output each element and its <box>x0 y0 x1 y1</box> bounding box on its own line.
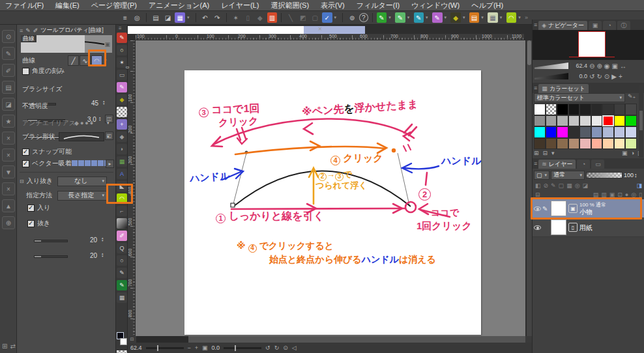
color-swatch[interactable] <box>602 115 614 127</box>
inout-dropdown[interactable]: なし▾ <box>57 176 107 186</box>
panel-settings-icon[interactable]: ⊕ <box>2 216 15 229</box>
merge-layer-icon[interactable]: ● <box>625 191 628 198</box>
color-swatch[interactable] <box>546 126 557 138</box>
table-orange-tool-icon[interactable]: ▤ <box>469 12 480 23</box>
color-swatch[interactable] <box>579 115 591 127</box>
color-swatch[interactable] <box>579 104 591 115</box>
delete-layer-icon[interactable]: ▯ <box>639 191 642 198</box>
color-swatch[interactable] <box>568 104 580 115</box>
pattern-tool-icon[interactable]: ▦ <box>488 12 498 23</box>
color-swatch[interactable] <box>602 104 614 115</box>
layer-color-dropdown[interactable]: ▢▾ <box>534 171 549 180</box>
tab-subview-icon[interactable]: ▣ <box>589 21 602 30</box>
panel-menu-icon[interactable]: ≡ <box>20 27 23 34</box>
nav-actual-size-icon[interactable]: ◉ <box>604 63 610 70</box>
antialias-options-icons[interactable]: ◆●●● <box>74 120 95 126</box>
tab-navigator[interactable]: ◈ナビゲーター <box>538 21 587 30</box>
subtool-curve-icon[interactable]: ✐ <box>33 27 38 34</box>
color-swatch[interactable] <box>614 104 626 115</box>
layer-collapse-icon[interactable]: ⊟ <box>535 191 540 198</box>
undo-icon[interactable]: ↶ <box>200 12 211 23</box>
brush-shape-caret[interactable]: ▾ <box>107 134 110 139</box>
curve-type-caret[interactable]: ▾ <box>104 58 107 63</box>
tab-layer[interactable]: ≋レイヤー <box>538 160 576 169</box>
text-tool-icon[interactable]: A <box>117 169 127 179</box>
out-value[interactable]: 20 <box>90 252 97 259</box>
zoom-in-icon[interactable]: + <box>195 345 198 351</box>
color-swatch[interactable] <box>625 126 637 138</box>
dock-scrollbar[interactable] <box>639 85 643 158</box>
document-tab[interactable] <box>128 26 315 34</box>
decoration-tool-caret[interactable]: ▾ <box>463 15 467 20</box>
menu-item[interactable]: ウィンドウ(W) <box>411 1 460 10</box>
navigator-view[interactable] <box>533 30 644 60</box>
disabled-line-icon[interactable]: ╲ <box>285 12 296 23</box>
eyedropper-tool-icon[interactable]: ✐ <box>117 231 127 241</box>
pattern-green-tool-icon[interactable]: ▦ <box>117 156 127 167</box>
in-value[interactable]: 20 <box>90 236 97 244</box>
layer-row-paper[interactable]: ▯ 用紙 <box>533 218 644 237</box>
snap-checkbox[interactable] <box>22 148 29 156</box>
color-set-edit-icon[interactable]: ✎₊ <box>628 93 636 100</box>
curve-type-button[interactable]: ◠ <box>91 55 102 66</box>
color-swatch[interactable] <box>557 115 568 127</box>
canvas-viewport[interactable]: 3 ココで1回 クリック ※ペン先を浮かせたまま 4 クリック ハンドル ハンド… <box>136 40 525 336</box>
open-file-icon[interactable]: ◪ <box>163 12 173 23</box>
color-swatch[interactable] <box>546 104 557 115</box>
reference-layer-icon[interactable]: ◎ <box>575 182 580 189</box>
apply-mask-icon[interactable]: ◎ <box>631 191 636 198</box>
tab-information-icon[interactable]: ⓘ <box>617 21 630 30</box>
color-swatch[interactable] <box>591 115 603 127</box>
navigator-zoom-slider[interactable] <box>534 63 568 69</box>
eraser-tool-icon[interactable] <box>117 107 127 117</box>
nav-move-icon[interactable]: + <box>619 73 622 80</box>
figure-tool-icon[interactable]: ◠ <box>506 12 517 23</box>
blend-mode-dropdown[interactable]: 通常▾ <box>551 171 585 180</box>
ruler-tool-icon[interactable]: ◣ <box>117 181 127 191</box>
menu-item[interactable]: ファイル(F) <box>5 1 44 10</box>
table-orange-tool-caret[interactable]: ▾ <box>481 15 486 20</box>
delete-red-icon[interactable]: ▥ <box>267 12 278 23</box>
csp-logo-icon[interactable]: ◎ <box>132 12 143 23</box>
method-dropdown[interactable]: 長さ指定▾ <box>57 191 107 201</box>
color-swatch[interactable] <box>557 104 568 115</box>
color-swatch[interactable] <box>568 138 580 150</box>
color-swatch[interactable] <box>534 104 546 115</box>
color-swatch[interactable] <box>625 138 637 150</box>
transparent-color[interactable] <box>117 350 127 353</box>
menu-item[interactable]: フィルター(I) <box>357 1 400 10</box>
color-swatch[interactable] <box>546 138 557 150</box>
disabled-shade-icon[interactable]: ◩ <box>298 12 308 23</box>
color-swatch[interactable] <box>557 138 568 150</box>
save-caret[interactable]: ▾ <box>187 15 192 20</box>
decoration-tool-icon[interactable]: ◆ <box>450 12 461 23</box>
color-swatch[interactable] <box>591 138 603 150</box>
collapse-icon[interactable]: ⊟ <box>20 178 24 184</box>
new-folder-icon[interactable]: ▣ <box>609 191 615 198</box>
out-slider[interactable] <box>34 255 68 258</box>
vertical-scrollbar-thumb[interactable] <box>527 40 531 65</box>
fit-screen-icon[interactable]: ▣ <box>202 345 208 351</box>
layer-visibility-icon[interactable] <box>533 205 542 212</box>
replace-color-icon[interactable]: ◑ <box>631 150 634 156</box>
polyline-type-button[interactable]: ∿ <box>80 55 91 66</box>
tab-search-layer-icon[interactable]: ▭ <box>591 160 604 169</box>
layer-name[interactable]: 用紙 <box>579 224 593 231</box>
subtool-preview[interactable]: 曲線 ▣ <box>21 35 112 53</box>
disabled-frame-icon[interactable]: ▢ <box>310 12 320 23</box>
horizontal-scrollbar[interactable]: ⊟ <box>128 336 532 343</box>
color-swatch[interactable] <box>546 115 557 127</box>
horizontal-scrollbar-thumb[interactable] <box>136 336 188 343</box>
status-rotation-slider[interactable] <box>224 347 261 349</box>
color-swatch[interactable] <box>568 126 580 138</box>
color-swatch[interactable] <box>614 115 626 127</box>
out-checkbox[interactable] <box>27 220 35 227</box>
lasso-tool-icon[interactable]: ○ <box>117 45 127 55</box>
footer-icon[interactable]: ⇄ <box>10 343 15 350</box>
color-swatch[interactable] <box>602 126 614 138</box>
subtool-curve-icon[interactable]: ✎ <box>2 47 15 60</box>
color-swatch[interactable] <box>568 115 580 127</box>
add-color-icon[interactable]: ⊞ <box>534 150 539 156</box>
tab-color-set[interactable]: ▦カラーセット <box>538 84 589 93</box>
layer-name[interactable]: 小物 <box>579 208 606 216</box>
